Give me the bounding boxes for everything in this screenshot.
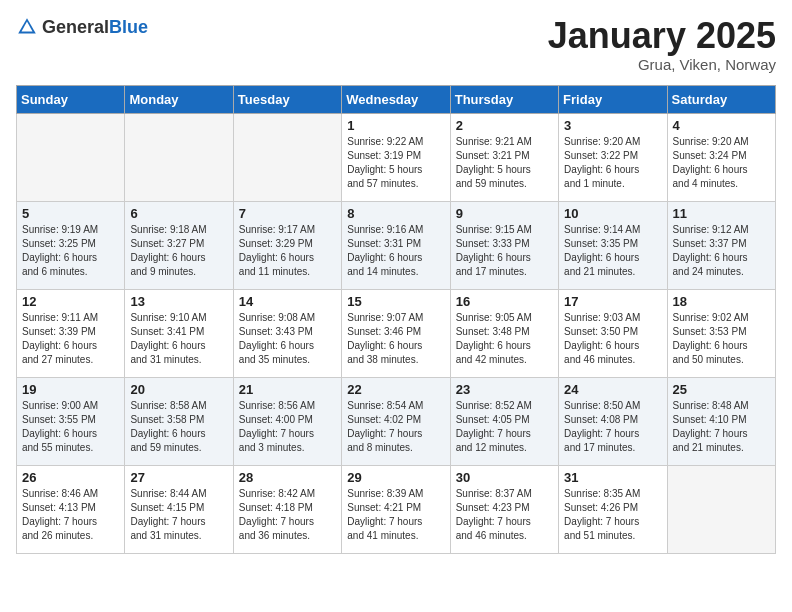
logo-text-blue: Blue [109, 17, 148, 37]
day-detail: Sunrise: 8:35 AM Sunset: 4:26 PM Dayligh… [564, 487, 661, 543]
calendar-cell: 31Sunrise: 8:35 AM Sunset: 4:26 PM Dayli… [559, 465, 667, 553]
day-detail: Sunrise: 9:02 AM Sunset: 3:53 PM Dayligh… [673, 311, 770, 367]
day-detail: Sunrise: 8:46 AM Sunset: 4:13 PM Dayligh… [22, 487, 119, 543]
day-number: 7 [239, 206, 336, 221]
calendar-cell [667, 465, 775, 553]
calendar-cell: 27Sunrise: 8:44 AM Sunset: 4:15 PM Dayli… [125, 465, 233, 553]
day-detail: Sunrise: 9:19 AM Sunset: 3:25 PM Dayligh… [22, 223, 119, 279]
calendar-cell: 17Sunrise: 9:03 AM Sunset: 3:50 PM Dayli… [559, 289, 667, 377]
day-detail: Sunrise: 9:17 AM Sunset: 3:29 PM Dayligh… [239, 223, 336, 279]
weekday-header-tuesday: Tuesday [233, 85, 341, 113]
day-detail: Sunrise: 9:15 AM Sunset: 3:33 PM Dayligh… [456, 223, 553, 279]
day-number: 28 [239, 470, 336, 485]
day-number: 29 [347, 470, 444, 485]
day-detail: Sunrise: 9:18 AM Sunset: 3:27 PM Dayligh… [130, 223, 227, 279]
day-detail: Sunrise: 9:03 AM Sunset: 3:50 PM Dayligh… [564, 311, 661, 367]
logo-text-general: General [42, 17, 109, 37]
week-row-0: 1Sunrise: 9:22 AM Sunset: 3:19 PM Daylig… [17, 113, 776, 201]
calendar-cell: 15Sunrise: 9:07 AM Sunset: 3:46 PM Dayli… [342, 289, 450, 377]
day-detail: Sunrise: 9:07 AM Sunset: 3:46 PM Dayligh… [347, 311, 444, 367]
page-header: GeneralBlue January 2025 Grua, Viken, No… [16, 16, 776, 73]
day-detail: Sunrise: 8:56 AM Sunset: 4:00 PM Dayligh… [239, 399, 336, 455]
weekday-header-saturday: Saturday [667, 85, 775, 113]
day-number: 19 [22, 382, 119, 397]
day-detail: Sunrise: 8:39 AM Sunset: 4:21 PM Dayligh… [347, 487, 444, 543]
day-detail: Sunrise: 9:21 AM Sunset: 3:21 PM Dayligh… [456, 135, 553, 191]
calendar-cell: 3Sunrise: 9:20 AM Sunset: 3:22 PM Daylig… [559, 113, 667, 201]
week-row-3: 19Sunrise: 9:00 AM Sunset: 3:55 PM Dayli… [17, 377, 776, 465]
day-number: 14 [239, 294, 336, 309]
calendar-cell: 11Sunrise: 9:12 AM Sunset: 3:37 PM Dayli… [667, 201, 775, 289]
day-number: 3 [564, 118, 661, 133]
calendar-cell: 30Sunrise: 8:37 AM Sunset: 4:23 PM Dayli… [450, 465, 558, 553]
calendar-location: Grua, Viken, Norway [548, 56, 776, 73]
day-detail: Sunrise: 9:20 AM Sunset: 3:22 PM Dayligh… [564, 135, 661, 191]
day-detail: Sunrise: 8:48 AM Sunset: 4:10 PM Dayligh… [673, 399, 770, 455]
day-number: 9 [456, 206, 553, 221]
weekday-header-friday: Friday [559, 85, 667, 113]
day-number: 22 [347, 382, 444, 397]
weekday-header-wednesday: Wednesday [342, 85, 450, 113]
calendar-cell: 2Sunrise: 9:21 AM Sunset: 3:21 PM Daylig… [450, 113, 558, 201]
day-number: 23 [456, 382, 553, 397]
calendar-table: SundayMondayTuesdayWednesdayThursdayFrid… [16, 85, 776, 554]
calendar-cell: 8Sunrise: 9:16 AM Sunset: 3:31 PM Daylig… [342, 201, 450, 289]
day-detail: Sunrise: 8:58 AM Sunset: 3:58 PM Dayligh… [130, 399, 227, 455]
calendar-cell: 7Sunrise: 9:17 AM Sunset: 3:29 PM Daylig… [233, 201, 341, 289]
calendar-cell: 10Sunrise: 9:14 AM Sunset: 3:35 PM Dayli… [559, 201, 667, 289]
day-number: 18 [673, 294, 770, 309]
day-detail: Sunrise: 8:52 AM Sunset: 4:05 PM Dayligh… [456, 399, 553, 455]
week-row-2: 12Sunrise: 9:11 AM Sunset: 3:39 PM Dayli… [17, 289, 776, 377]
calendar-cell: 28Sunrise: 8:42 AM Sunset: 4:18 PM Dayli… [233, 465, 341, 553]
logo: GeneralBlue [16, 16, 148, 38]
calendar-cell: 23Sunrise: 8:52 AM Sunset: 4:05 PM Dayli… [450, 377, 558, 465]
day-number: 31 [564, 470, 661, 485]
day-detail: Sunrise: 8:44 AM Sunset: 4:15 PM Dayligh… [130, 487, 227, 543]
calendar-cell: 25Sunrise: 8:48 AM Sunset: 4:10 PM Dayli… [667, 377, 775, 465]
day-number: 8 [347, 206, 444, 221]
day-number: 25 [673, 382, 770, 397]
day-detail: Sunrise: 9:14 AM Sunset: 3:35 PM Dayligh… [564, 223, 661, 279]
day-number: 6 [130, 206, 227, 221]
day-detail: Sunrise: 8:42 AM Sunset: 4:18 PM Dayligh… [239, 487, 336, 543]
calendar-cell: 19Sunrise: 9:00 AM Sunset: 3:55 PM Dayli… [17, 377, 125, 465]
day-detail: Sunrise: 8:54 AM Sunset: 4:02 PM Dayligh… [347, 399, 444, 455]
calendar-cell: 12Sunrise: 9:11 AM Sunset: 3:39 PM Dayli… [17, 289, 125, 377]
day-detail: Sunrise: 9:16 AM Sunset: 3:31 PM Dayligh… [347, 223, 444, 279]
day-number: 16 [456, 294, 553, 309]
day-detail: Sunrise: 9:11 AM Sunset: 3:39 PM Dayligh… [22, 311, 119, 367]
day-number: 4 [673, 118, 770, 133]
day-number: 20 [130, 382, 227, 397]
day-detail: Sunrise: 9:00 AM Sunset: 3:55 PM Dayligh… [22, 399, 119, 455]
calendar-cell: 9Sunrise: 9:15 AM Sunset: 3:33 PM Daylig… [450, 201, 558, 289]
day-number: 17 [564, 294, 661, 309]
weekday-header-monday: Monday [125, 85, 233, 113]
day-number: 5 [22, 206, 119, 221]
day-number: 30 [456, 470, 553, 485]
day-detail: Sunrise: 8:37 AM Sunset: 4:23 PM Dayligh… [456, 487, 553, 543]
week-row-4: 26Sunrise: 8:46 AM Sunset: 4:13 PM Dayli… [17, 465, 776, 553]
logo-icon [16, 16, 38, 38]
day-number: 21 [239, 382, 336, 397]
day-number: 12 [22, 294, 119, 309]
calendar-cell: 14Sunrise: 9:08 AM Sunset: 3:43 PM Dayli… [233, 289, 341, 377]
day-detail: Sunrise: 9:08 AM Sunset: 3:43 PM Dayligh… [239, 311, 336, 367]
day-number: 24 [564, 382, 661, 397]
day-number: 11 [673, 206, 770, 221]
calendar-cell: 29Sunrise: 8:39 AM Sunset: 4:21 PM Dayli… [342, 465, 450, 553]
calendar-cell: 5Sunrise: 9:19 AM Sunset: 3:25 PM Daylig… [17, 201, 125, 289]
day-detail: Sunrise: 9:05 AM Sunset: 3:48 PM Dayligh… [456, 311, 553, 367]
calendar-title: January 2025 [548, 16, 776, 56]
title-block: January 2025 Grua, Viken, Norway [548, 16, 776, 73]
day-detail: Sunrise: 9:10 AM Sunset: 3:41 PM Dayligh… [130, 311, 227, 367]
calendar-cell: 6Sunrise: 9:18 AM Sunset: 3:27 PM Daylig… [125, 201, 233, 289]
day-detail: Sunrise: 9:22 AM Sunset: 3:19 PM Dayligh… [347, 135, 444, 191]
calendar-cell: 18Sunrise: 9:02 AM Sunset: 3:53 PM Dayli… [667, 289, 775, 377]
calendar-cell: 21Sunrise: 8:56 AM Sunset: 4:00 PM Dayli… [233, 377, 341, 465]
weekday-header-sunday: Sunday [17, 85, 125, 113]
day-detail: Sunrise: 8:50 AM Sunset: 4:08 PM Dayligh… [564, 399, 661, 455]
day-number: 1 [347, 118, 444, 133]
calendar-cell: 20Sunrise: 8:58 AM Sunset: 3:58 PM Dayli… [125, 377, 233, 465]
calendar-cell: 26Sunrise: 8:46 AM Sunset: 4:13 PM Dayli… [17, 465, 125, 553]
weekday-header-thursday: Thursday [450, 85, 558, 113]
